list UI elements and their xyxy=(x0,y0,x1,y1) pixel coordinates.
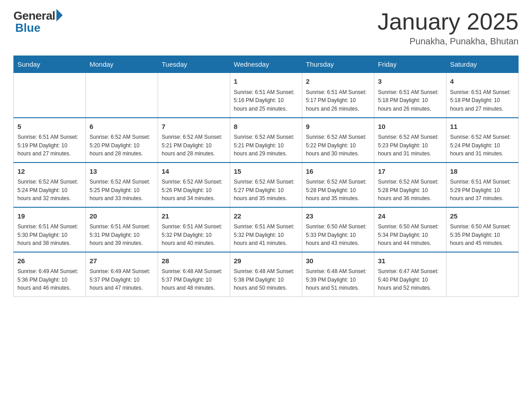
calendar-week-row: 1Sunrise: 6:51 AM Sunset: 5:16 PM Daylig… xyxy=(14,73,519,118)
day-number: 11 xyxy=(450,122,515,132)
day-number: 8 xyxy=(234,122,298,132)
table-row: 29Sunrise: 6:48 AM Sunset: 5:38 PM Dayli… xyxy=(230,252,302,297)
table-row: 22Sunrise: 6:51 AM Sunset: 5:32 PM Dayli… xyxy=(230,207,302,252)
table-row: 3Sunrise: 6:51 AM Sunset: 5:18 PM Daylig… xyxy=(374,73,446,118)
page-header: General Blue January 2025 Punakha, Punak… xyxy=(13,9,519,47)
calendar-header-tuesday: Tuesday xyxy=(158,56,230,73)
day-info: Sunrise: 6:51 AM Sunset: 5:32 PM Dayligh… xyxy=(162,223,226,248)
day-info: Sunrise: 6:50 AM Sunset: 5:35 PM Dayligh… xyxy=(450,223,515,248)
day-number: 7 xyxy=(162,122,226,132)
table-row: 7Sunrise: 6:52 AM Sunset: 5:21 PM Daylig… xyxy=(158,118,230,163)
day-number: 12 xyxy=(17,167,82,177)
table-row xyxy=(86,73,158,118)
day-info: Sunrise: 6:50 AM Sunset: 5:33 PM Dayligh… xyxy=(306,223,370,248)
calendar-header-saturday: Saturday xyxy=(446,56,519,73)
day-info: Sunrise: 6:49 AM Sunset: 5:37 PM Dayligh… xyxy=(90,267,154,292)
calendar-header-thursday: Thursday xyxy=(302,56,374,73)
table-row: 20Sunrise: 6:51 AM Sunset: 5:31 PM Dayli… xyxy=(86,207,158,252)
table-row: 8Sunrise: 6:52 AM Sunset: 5:21 PM Daylig… xyxy=(230,118,302,163)
calendar-header-monday: Monday xyxy=(86,56,158,73)
day-info: Sunrise: 6:52 AM Sunset: 5:27 PM Dayligh… xyxy=(234,178,298,203)
table-row xyxy=(158,73,230,118)
calendar-week-row: 5Sunrise: 6:51 AM Sunset: 5:19 PM Daylig… xyxy=(14,118,519,163)
calendar-week-row: 19Sunrise: 6:51 AM Sunset: 5:30 PM Dayli… xyxy=(14,207,519,252)
day-number: 1 xyxy=(234,77,298,87)
day-number: 18 xyxy=(450,167,515,177)
table-row: 13Sunrise: 6:52 AM Sunset: 5:25 PM Dayli… xyxy=(86,163,158,207)
day-number: 2 xyxy=(306,77,370,87)
day-info: Sunrise: 6:52 AM Sunset: 5:20 PM Dayligh… xyxy=(90,133,154,158)
day-info: Sunrise: 6:48 AM Sunset: 5:39 PM Dayligh… xyxy=(306,267,370,292)
table-row xyxy=(14,73,86,118)
day-info: Sunrise: 6:50 AM Sunset: 5:34 PM Dayligh… xyxy=(378,223,442,248)
day-number: 26 xyxy=(17,256,82,266)
title-section: January 2025 Punakha, Punakha, Bhutan xyxy=(378,9,519,47)
day-number: 27 xyxy=(90,256,154,266)
table-row: 21Sunrise: 6:51 AM Sunset: 5:32 PM Dayli… xyxy=(158,207,230,252)
day-number: 31 xyxy=(378,256,442,266)
day-info: Sunrise: 6:52 AM Sunset: 5:22 PM Dayligh… xyxy=(306,133,370,158)
calendar-header-sunday: Sunday xyxy=(14,56,86,73)
table-row: 12Sunrise: 6:52 AM Sunset: 5:24 PM Dayli… xyxy=(14,163,86,207)
day-number: 24 xyxy=(378,211,442,222)
table-row: 25Sunrise: 6:50 AM Sunset: 5:35 PM Dayli… xyxy=(446,207,519,252)
table-row: 31Sunrise: 6:47 AM Sunset: 5:40 PM Dayli… xyxy=(374,252,446,297)
day-info: Sunrise: 6:52 AM Sunset: 5:24 PM Dayligh… xyxy=(17,178,82,203)
day-info: Sunrise: 6:52 AM Sunset: 5:28 PM Dayligh… xyxy=(378,178,442,203)
day-info: Sunrise: 6:48 AM Sunset: 5:38 PM Dayligh… xyxy=(234,267,298,292)
table-row: 16Sunrise: 6:52 AM Sunset: 5:28 PM Dayli… xyxy=(302,163,374,207)
logo-blue-text: Blue xyxy=(15,21,40,35)
day-number: 14 xyxy=(162,167,226,177)
table-row: 27Sunrise: 6:49 AM Sunset: 5:37 PM Dayli… xyxy=(86,252,158,297)
day-info: Sunrise: 6:51 AM Sunset: 5:19 PM Dayligh… xyxy=(17,133,82,158)
day-number: 25 xyxy=(450,211,515,222)
day-number: 28 xyxy=(162,256,226,266)
location-text: Punakha, Punakha, Bhutan xyxy=(378,36,519,47)
table-row: 30Sunrise: 6:48 AM Sunset: 5:39 PM Dayli… xyxy=(302,252,374,297)
logo: General Blue xyxy=(13,9,63,35)
day-number: 21 xyxy=(162,211,226,222)
day-number: 29 xyxy=(234,256,298,266)
table-row: 11Sunrise: 6:52 AM Sunset: 5:24 PM Dayli… xyxy=(446,118,519,163)
table-row: 9Sunrise: 6:52 AM Sunset: 5:22 PM Daylig… xyxy=(302,118,374,163)
table-row: 6Sunrise: 6:52 AM Sunset: 5:20 PM Daylig… xyxy=(86,118,158,163)
calendar-table: SundayMondayTuesdayWednesdayThursdayFrid… xyxy=(13,56,519,297)
day-number: 15 xyxy=(234,167,298,177)
calendar-week-row: 12Sunrise: 6:52 AM Sunset: 5:24 PM Dayli… xyxy=(14,163,519,207)
day-info: Sunrise: 6:52 AM Sunset: 5:21 PM Dayligh… xyxy=(162,133,226,158)
day-info: Sunrise: 6:52 AM Sunset: 5:23 PM Dayligh… xyxy=(378,133,442,158)
calendar-header-row: SundayMondayTuesdayWednesdayThursdayFrid… xyxy=(14,56,519,73)
table-row: 26Sunrise: 6:49 AM Sunset: 5:36 PM Dayli… xyxy=(14,252,86,297)
day-number: 23 xyxy=(306,211,370,222)
day-number: 16 xyxy=(306,167,370,177)
day-info: Sunrise: 6:52 AM Sunset: 5:26 PM Dayligh… xyxy=(162,178,226,203)
day-info: Sunrise: 6:51 AM Sunset: 5:18 PM Dayligh… xyxy=(450,88,515,113)
day-info: Sunrise: 6:51 AM Sunset: 5:18 PM Dayligh… xyxy=(378,88,442,113)
table-row: 17Sunrise: 6:52 AM Sunset: 5:28 PM Dayli… xyxy=(374,163,446,207)
day-info: Sunrise: 6:51 AM Sunset: 5:32 PM Dayligh… xyxy=(234,223,298,248)
day-info: Sunrise: 6:52 AM Sunset: 5:24 PM Dayligh… xyxy=(450,133,515,158)
table-row: 24Sunrise: 6:50 AM Sunset: 5:34 PM Dayli… xyxy=(374,207,446,252)
month-title: January 2025 xyxy=(378,9,519,34)
day-info: Sunrise: 6:51 AM Sunset: 5:29 PM Dayligh… xyxy=(450,178,515,203)
day-number: 5 xyxy=(17,122,82,132)
table-row: 2Sunrise: 6:51 AM Sunset: 5:17 PM Daylig… xyxy=(302,73,374,118)
table-row: 19Sunrise: 6:51 AM Sunset: 5:30 PM Dayli… xyxy=(14,207,86,252)
day-number: 9 xyxy=(306,122,370,132)
day-number: 22 xyxy=(234,211,298,222)
day-number: 4 xyxy=(450,77,515,87)
day-info: Sunrise: 6:51 AM Sunset: 5:31 PM Dayligh… xyxy=(90,223,154,248)
table-row: 4Sunrise: 6:51 AM Sunset: 5:18 PM Daylig… xyxy=(446,73,519,118)
day-number: 19 xyxy=(17,211,82,222)
table-row: 14Sunrise: 6:52 AM Sunset: 5:26 PM Dayli… xyxy=(158,163,230,207)
table-row: 5Sunrise: 6:51 AM Sunset: 5:19 PM Daylig… xyxy=(14,118,86,163)
day-number: 6 xyxy=(90,122,154,132)
table-row: 18Sunrise: 6:51 AM Sunset: 5:29 PM Dayli… xyxy=(446,163,519,207)
day-info: Sunrise: 6:47 AM Sunset: 5:40 PM Dayligh… xyxy=(378,267,442,292)
table-row xyxy=(446,252,519,297)
day-info: Sunrise: 6:52 AM Sunset: 5:25 PM Dayligh… xyxy=(90,178,154,203)
day-info: Sunrise: 6:52 AM Sunset: 5:28 PM Dayligh… xyxy=(306,178,370,203)
table-row: 23Sunrise: 6:50 AM Sunset: 5:33 PM Dayli… xyxy=(302,207,374,252)
logo-arrow-icon xyxy=(56,9,63,21)
day-info: Sunrise: 6:48 AM Sunset: 5:37 PM Dayligh… xyxy=(162,267,226,292)
